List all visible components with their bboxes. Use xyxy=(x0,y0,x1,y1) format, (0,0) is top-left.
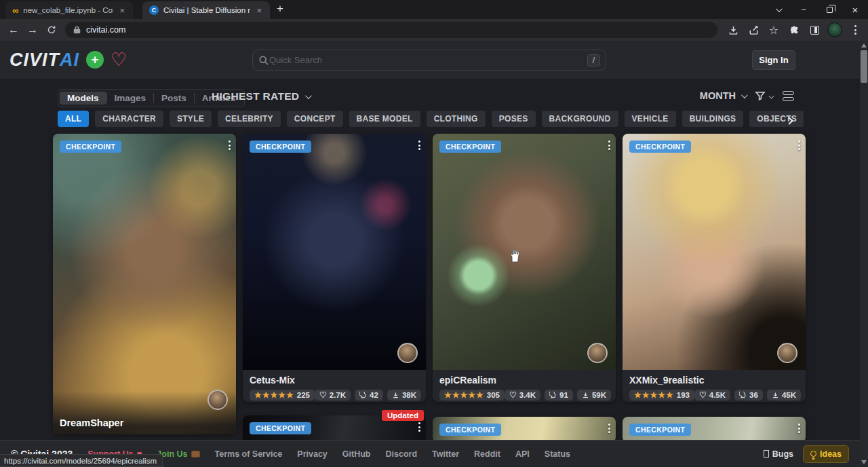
chip-style[interactable]: STYLE xyxy=(170,111,212,127)
layout-toggle-icon[interactable] xyxy=(783,91,794,101)
card-menu-icon[interactable] xyxy=(798,424,800,433)
model-card-partial-1[interactable]: Updated CHECKPOINT xyxy=(243,415,426,443)
comments-count: 36 xyxy=(749,391,758,399)
reload-icon[interactable] xyxy=(42,20,61,39)
tab-search-icon[interactable] xyxy=(765,0,791,19)
rating-pill: ★★★★★ 193 xyxy=(629,390,694,400)
download-icon[interactable] xyxy=(724,21,742,39)
chips-scroll-right-icon[interactable] xyxy=(787,114,792,126)
creator-avatar[interactable] xyxy=(777,343,797,363)
chip-all[interactable]: ALL xyxy=(58,111,89,127)
model-type-badge: CHECKPOINT xyxy=(250,141,311,153)
card-menu-icon[interactable] xyxy=(418,422,420,432)
sort-dropdown[interactable]: HIGHEST RATED xyxy=(212,90,310,102)
footer-link-twitter[interactable]: Twitter xyxy=(432,449,459,459)
card-menu-icon[interactable] xyxy=(608,424,610,433)
footer-link-discord[interactable]: Discord xyxy=(385,449,417,459)
bugs-button[interactable]: Bugs xyxy=(764,449,793,459)
scroll-down-arrow-icon[interactable] xyxy=(861,460,867,464)
chip-poses[interactable]: POSES xyxy=(492,111,536,127)
downloads-count: 59K xyxy=(592,391,606,399)
new-tab-button[interactable]: + xyxy=(277,2,283,16)
footer-link-status[interactable]: Status xyxy=(545,449,570,459)
period-dropdown[interactable]: MONTH xyxy=(700,90,746,101)
chip-base-model[interactable]: BASE MODEL xyxy=(349,111,420,127)
footer-link-github[interactable]: GitHub xyxy=(342,449,371,459)
model-type-badge: CHECKPOINT xyxy=(629,141,691,153)
likes-count: 3.4K xyxy=(519,391,536,399)
share-icon[interactable] xyxy=(745,21,762,39)
chip-clothing[interactable]: CLOTHING xyxy=(427,111,486,127)
model-card-partial-3[interactable]: CHECKPOINT xyxy=(623,417,806,443)
status-bar-link: https://civitai.com/models/25694/epicrea… xyxy=(0,454,163,467)
civitai-logo[interactable]: CIVITAI xyxy=(9,50,79,71)
footer-link-api[interactable]: API xyxy=(515,449,530,459)
footer-link-privacy[interactable]: Privacy xyxy=(297,449,327,459)
creator-avatar[interactable] xyxy=(208,390,228,410)
footer-link-join-us[interactable]: Join Us xyxy=(157,449,199,459)
card-menu-icon[interactable] xyxy=(418,141,420,150)
tab-images[interactable]: Images xyxy=(107,92,154,105)
chip-celebrity[interactable]: CELEBRITY xyxy=(218,111,281,127)
model-card-xxmix9realistic[interactable]: CHECKPOINT XXMix_9realistic ★★★★★ 193 ♡4… xyxy=(623,134,806,402)
search-bar[interactable]: / xyxy=(252,50,606,71)
close-window-button[interactable]: × xyxy=(842,0,868,19)
search-icon xyxy=(258,55,269,66)
back-icon[interactable]: ← xyxy=(4,20,23,39)
downloads-pill: 45K xyxy=(767,390,801,400)
category-chips: ALL CHARACTER STYLE CELEBRITY CONCEPT BA… xyxy=(58,111,804,127)
model-card-epicrealism[interactable]: CHECKPOINT epiCRealism ★★★★★ 305 ♡3.4K 9… xyxy=(433,134,616,402)
search-input[interactable] xyxy=(269,55,587,65)
tab-close-icon[interactable]: × xyxy=(118,5,126,16)
scrollbar-thumb[interactable] xyxy=(861,50,867,83)
page-scrollbar[interactable] xyxy=(860,41,868,467)
tab-colab[interactable]: ∞ new_colab_file.ipynb - Colaborat × xyxy=(5,1,133,19)
model-card-dreamshaper[interactable]: CHECKPOINT DreamShaper xyxy=(53,134,236,434)
footer-link-terms[interactable]: Terms of Service xyxy=(215,449,283,459)
maximize-button[interactable] xyxy=(816,0,842,19)
create-plus-button[interactable]: + xyxy=(86,51,104,69)
likes-count: 4.5K xyxy=(709,391,726,399)
tab-close-icon[interactable]: × xyxy=(255,5,263,16)
model-title: epiCRealism xyxy=(439,375,609,386)
logo-text-civit: CIVIT xyxy=(9,50,60,71)
model-card-cetus-mix[interactable]: CHECKPOINT Cetus-Mix ★★★★★ 225 ♡2.7K 42 … xyxy=(243,134,426,402)
creator-avatar[interactable] xyxy=(397,343,418,363)
chip-vehicle[interactable]: VEHICLE xyxy=(625,111,676,127)
tab-civitai[interactable]: C Civitai | Stable Diffusion models, × xyxy=(142,1,270,19)
favorites-heart-icon[interactable]: ♡ xyxy=(111,51,127,69)
chip-concept[interactable]: CONCEPT xyxy=(287,111,343,127)
card-menu-icon[interactable] xyxy=(608,141,610,150)
creator-avatar[interactable] xyxy=(587,343,608,363)
profile-avatar[interactable] xyxy=(826,21,844,39)
ideas-button[interactable]: Ideas xyxy=(803,445,849,463)
period-label: MONTH xyxy=(700,90,736,101)
download-icon xyxy=(772,392,779,399)
forward-icon[interactable]: → xyxy=(23,20,42,39)
footer-link-reddit[interactable]: Reddit xyxy=(474,449,500,459)
filter-dropdown[interactable] xyxy=(755,90,774,101)
rating-pill: ★★★★★ 305 xyxy=(439,390,505,400)
chip-buildings[interactable]: BUILDINGS xyxy=(682,111,744,127)
bookmark-star-icon[interactable]: ☆ xyxy=(765,21,783,39)
sign-in-button[interactable]: Sign In xyxy=(752,50,795,70)
chip-objects[interactable]: OBJECTS xyxy=(749,111,804,127)
likes-pill: ♡2.7K xyxy=(315,390,351,400)
model-card-partial-2[interactable]: CHECKPOINT xyxy=(433,417,616,443)
model-type-badge: CHECKPOINT xyxy=(60,141,121,153)
address-bar[interactable]: civitai.com xyxy=(65,22,717,38)
side-panel-icon[interactable] xyxy=(806,21,823,39)
extensions-icon[interactable] xyxy=(785,21,803,39)
scroll-up-arrow-icon[interactable] xyxy=(861,43,867,48)
minimize-button[interactable]: – xyxy=(791,0,816,19)
card-menu-icon[interactable] xyxy=(798,141,800,150)
tab-title: new_colab_file.ipynb - Colaborat xyxy=(23,6,113,14)
browser-menu-icon[interactable] xyxy=(846,21,864,39)
card-menu-icon[interactable] xyxy=(229,141,231,150)
url-text: civitai.com xyxy=(86,25,125,35)
tab-posts[interactable]: Posts xyxy=(154,92,194,105)
chip-character[interactable]: CHARACTER xyxy=(95,111,163,127)
tab-models[interactable]: Models xyxy=(60,92,106,105)
chip-background[interactable]: BACKGROUND xyxy=(542,111,618,127)
lock-icon xyxy=(73,26,81,34)
